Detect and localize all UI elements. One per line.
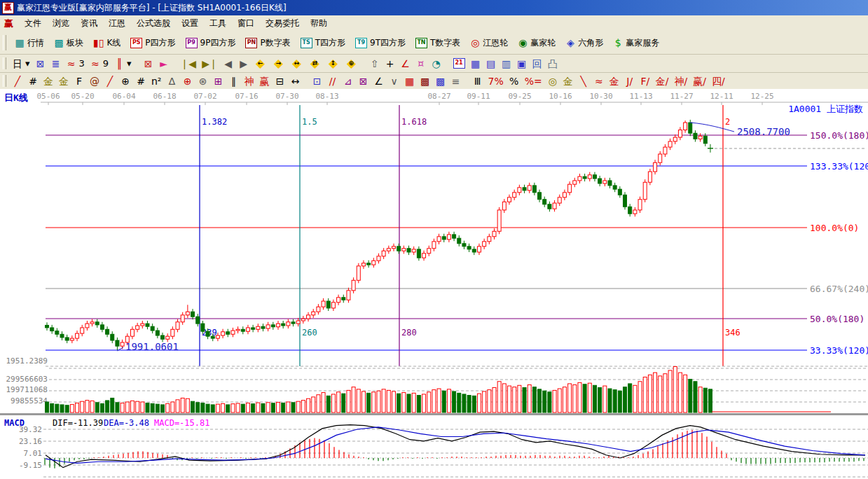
pane-divider[interactable]	[0, 413, 868, 415]
shen-grid-tool[interactable]: 神	[242, 75, 257, 88]
pan-hand-icon[interactable]: ⇧	[367, 57, 383, 70]
pen-mark-tool[interactable]: ╲	[576, 75, 591, 88]
j-angle-tool[interactable]: J/	[622, 75, 638, 88]
spiderweb-tool[interactable]: ⊛	[195, 75, 211, 88]
gold-comb2-tool[interactable]: 金	[56, 75, 71, 88]
pixel-grid3-tool[interactable]: ▩	[433, 75, 448, 88]
gann-shift-left-icon[interactable]: ◆←	[252, 56, 270, 71]
candlestick-series[interactable]	[46, 120, 713, 350]
brush-tool[interactable]: ╱	[10, 75, 25, 88]
gold-circle-tool[interactable]: ◎	[545, 75, 560, 88]
mirror-tool[interactable]: ∆	[165, 75, 180, 88]
kline-pair-tool[interactable]: ∥	[226, 75, 242, 88]
sectors-button[interactable]: ▩板块	[49, 35, 88, 51]
gold-angle-tool[interactable]: 金/	[653, 75, 672, 88]
ying-angle-tool[interactable]: 赢/	[690, 75, 709, 88]
p-square-button[interactable]: PSP四方形	[125, 35, 180, 51]
crosshair-icon[interactable]: +	[383, 57, 398, 70]
menu-item-6[interactable]: 工具	[204, 16, 232, 30]
step-back-icon[interactable]: ◀	[221, 57, 236, 70]
gold-line-tool[interactable]: 金	[560, 75, 576, 88]
gann-compress-icon[interactable]: ◆⇄	[306, 56, 324, 71]
ying-grid-tool[interactable]: 赢	[257, 75, 273, 88]
t-number-table-button[interactable]: TNT数字表	[411, 35, 465, 51]
hexagon-button[interactable]: ◈六角形	[560, 35, 608, 51]
toolbar-grip[interactable]	[3, 35, 6, 50]
n-square-tool[interactable]: n²	[149, 75, 165, 88]
chart-9-icon[interactable]: ≈9	[88, 57, 111, 70]
square-web-tool[interactable]: ⊞	[211, 75, 226, 88]
compass-tool[interactable]: ⊕	[180, 75, 195, 88]
winner-wheel-button[interactable]: ◉赢家轮	[513, 35, 560, 51]
percent-7-tool[interactable]: 7%	[485, 75, 507, 88]
9p-square-button[interactable]: P99P四方形	[181, 35, 241, 51]
pixel-grid2-tool[interactable]: ▩	[418, 75, 433, 88]
gann-vertical-icon[interactable]: ◆↕	[324, 56, 343, 71]
pixel-grid-tool[interactable]: ▦	[402, 75, 418, 88]
gold-bars-tool[interactable]: 金	[607, 75, 622, 88]
step-forward-icon[interactable]: ▶	[236, 57, 252, 70]
percent-tool[interactable]: %	[507, 75, 522, 88]
menu-item-0[interactable]: 文件	[19, 16, 47, 30]
angle-measure-icon[interactable]: ∠	[398, 57, 413, 70]
ruler-123-tool[interactable]: ⊟	[273, 75, 288, 88]
fan-box-tool[interactable]: ⊿	[340, 75, 356, 88]
9t-square-button[interactable]: T99T四方形	[350, 35, 411, 51]
menu-item-8[interactable]: 交易委托	[260, 16, 305, 30]
jump-end-icon[interactable]: ▶❘	[199, 57, 221, 70]
f-angle-tool[interactable]: F/	[638, 75, 653, 88]
angle-fan-tool[interactable]: ∠	[371, 75, 387, 88]
menu-item-7[interactable]: 窗口	[232, 16, 260, 30]
menu-item-2[interactable]: 资讯	[75, 16, 103, 30]
fan-lines-tool[interactable]: //	[325, 75, 340, 88]
calendar-icon[interactable]: 21	[450, 57, 468, 70]
shen-angle-tool[interactable]: 神/	[671, 75, 690, 88]
chart-canvas[interactable]: 05-0605-2006-0406-1807-0207-1607-3008-13…	[0, 89, 868, 479]
gann-comb-tool[interactable]: #	[25, 75, 41, 88]
percent-lines-tool[interactable]: %=	[522, 75, 545, 88]
t-square-button[interactable]: TST四方形	[296, 35, 350, 51]
menu-item-3[interactable]: 江恩	[103, 16, 131, 30]
gann-pink-tool-icon[interactable]: ¤	[413, 57, 429, 70]
toolbar-grip[interactable]	[3, 75, 6, 86]
redraw-icon[interactable]: ⊠	[141, 57, 156, 70]
volume-series[interactable]	[46, 366, 712, 412]
menu-item-9[interactable]: 帮助	[305, 16, 333, 30]
gann-grid-icon[interactable]: ◆⊕	[343, 56, 361, 71]
quotes-button[interactable]: ▦行情	[10, 35, 49, 51]
jump-start-icon[interactable]: ❘◀	[178, 57, 200, 70]
chart-3-icon[interactable]: ≈3	[64, 57, 88, 70]
gold-comb-tool[interactable]: 金	[41, 75, 56, 88]
info-panel-icon[interactable]: ≣	[48, 57, 64, 70]
grid-plus-tool[interactable]: #	[133, 75, 149, 88]
candle-width-dropdown[interactable]: ║▾	[111, 57, 135, 70]
menu-item-4[interactable]: 公式选股	[131, 16, 176, 30]
web-zoom-icon[interactable]: ⊠	[33, 57, 48, 70]
spreadsheet-icon[interactable]: ▤	[483, 57, 499, 70]
spiral-tool[interactable]: @	[87, 75, 102, 88]
menu-item-5[interactable]: 设置	[176, 16, 204, 30]
flag-icon[interactable]: ►	[156, 57, 172, 70]
macd-dif-line[interactable]	[46, 425, 865, 468]
winner-service-button[interactable]: $赢家服务	[608, 35, 664, 51]
report-icon[interactable]: ▥	[499, 57, 514, 70]
brush2-tool[interactable]: ╱	[102, 75, 118, 88]
candle-style-dropdown[interactable]: 日▾	[10, 57, 33, 70]
slash-lines-tool[interactable]: ≡	[448, 75, 464, 88]
kline-button[interactable]: ▮▯K线	[88, 35, 125, 51]
menu-item-1[interactable]: 浏览	[47, 16, 75, 30]
p-number-table-button[interactable]: PNP数字表	[240, 35, 295, 51]
circle-grid-tool[interactable]: ⊕	[118, 75, 133, 88]
calculator-icon[interactable]: ▦	[468, 57, 483, 70]
gann-expand-icon[interactable]: ◆↔	[288, 56, 306, 71]
toolbar-grip[interactable]	[3, 57, 6, 70]
web-box-tool[interactable]: ⊠	[356, 75, 371, 88]
vee-tool[interactable]: ∨	[387, 75, 402, 88]
box-select-tool[interactable]: ⊡	[310, 75, 325, 88]
width-arrow-tool[interactable]: ↔	[288, 75, 303, 88]
save-icon[interactable]: ▣	[514, 57, 530, 70]
volume-profile-tool[interactable]: Ⅲ	[470, 75, 485, 88]
f-comb-tool[interactable]: F	[71, 75, 87, 88]
windows-icon[interactable]: 回	[530, 57, 545, 70]
wave-tool[interactable]: ≈	[591, 75, 607, 88]
